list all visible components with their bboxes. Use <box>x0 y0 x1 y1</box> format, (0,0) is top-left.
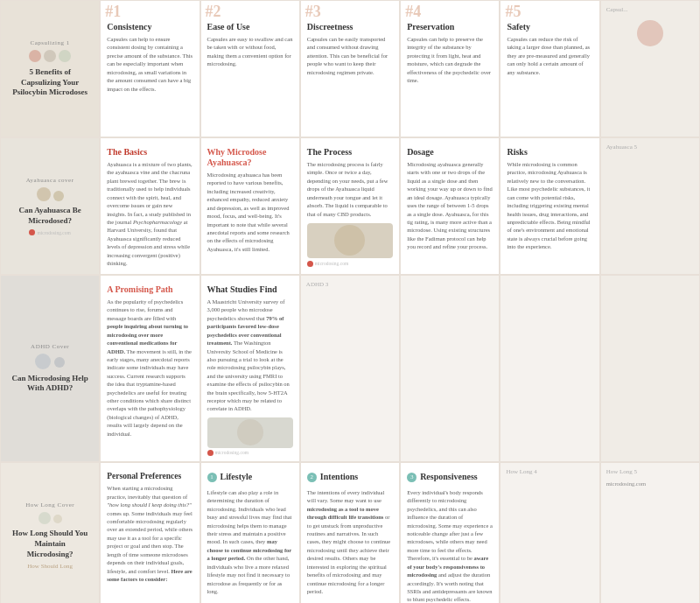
ayahuasca-card4-title: Dosage <box>407 147 493 158</box>
adhd-card2-title: What Studies Find <box>207 284 293 295</box>
main-grid: Capsulizing 1 5 Benefits of Capsulizing … <box>0 0 700 603</box>
adhd-row-label: ADHD Cover <box>31 343 69 350</box>
howlong-card1-title: Personal Preferences <box>107 472 192 481</box>
ayahuasca-card-1[interactable]: The Basics Ayahuasca is a mixture of two… <box>100 137 200 275</box>
ayahuasca-card-3[interactable]: The Process The microdosing process is f… <box>300 137 400 275</box>
card-body-safety: Capsules can reduce the risk of taking a… <box>507 35 592 76</box>
ayahuasca-card1-body: Ayahuasca is a mixture of two plants, th… <box>107 160 192 267</box>
howlong-card4-title: Responsiveness <box>420 472 478 482</box>
adhd-card2-site: microdosing.com <box>207 450 293 456</box>
adhd-cover[interactable]: ADHD Cover Can Microdosing Help With ADH… <box>0 275 100 462</box>
ayahuasca-card3-title: The Process <box>307 147 393 158</box>
howlong-num-3: 3 <box>407 473 416 482</box>
howlong-card3-body: The intentions of every individual will … <box>307 488 393 595</box>
howlong-card-4[interactable]: 3 Responsiveness Every individual's body… <box>400 462 500 603</box>
card-number-4: #4 <box>405 4 421 19</box>
howlong-card6-text: microdosing.com <box>606 480 694 487</box>
ayahuasca-cover-title: Can Ayahuasca Be Microdosed? <box>8 206 92 226</box>
ayahuasca-card5-body: While microdosing is common practice, mi… <box>507 160 592 251</box>
howlong-card2-body: Lifestyle can also play a role in determ… <box>207 488 293 595</box>
adhd-card-4 <box>400 275 500 462</box>
howlong-card-5: How Long 4 <box>500 462 599 603</box>
card-title-preservation: Preservation <box>407 22 493 32</box>
card-title-consistency: Consistency <box>107 22 192 32</box>
card-number-2: #2 <box>206 4 221 19</box>
howlong-card-3[interactable]: 2 Intentions The intentions of every ind… <box>300 462 400 603</box>
capsulizing-cover-title: 5 Benefits of Capsulizing Your Psilocybi… <box>8 67 92 98</box>
capsulizing-overflow: Capsul... <box>600 0 700 137</box>
ayahuasca-card5-title: Risks <box>507 147 592 158</box>
card-number-3: #3 <box>305 4 321 19</box>
card-body-ease: Capsules are easy to swallow and can be … <box>207 35 293 68</box>
card-body-consistency: Capsules can help to ensure consistent d… <box>107 35 192 93</box>
capsulizing-card-2[interactable]: #2 Ease of Use Capsules are easy to swal… <box>200 0 300 137</box>
ayahuasca-card2-body: Microdosing ayahuasca has been reported … <box>207 171 293 253</box>
ayahuasca-card-2[interactable]: Why Microdose Ayahuasca? Microdosing aya… <box>200 137 300 275</box>
howlong-num-2: 2 <box>307 473 317 482</box>
capsulizing-card-5[interactable]: #5 Safety Capsules can reduce the risk o… <box>500 0 599 137</box>
howlong-cover[interactable]: How Long Cover How Long Should You Maint… <box>0 462 100 603</box>
capsulizing-row-label: Capsulizing 1 <box>31 39 70 46</box>
howlong-cover-title: How Long Should You Maintain Microdosing… <box>8 529 92 559</box>
ayahuasca-card3-site: microdosing.com <box>307 261 393 267</box>
adhd-card-1[interactable]: A Promising Path As the popularity of ps… <box>100 275 200 462</box>
howlong-card5-label: How Long 4 <box>500 463 598 480</box>
adhd-cover-title: Can Microdosing Help With ADHD? <box>8 374 92 394</box>
adhd-card-3: ADHD 3 <box>300 275 400 462</box>
card-number-5: #5 <box>505 4 521 19</box>
ayahuasca-cover[interactable]: Ayahuasca cover Can Ayahuasca Be Microdo… <box>0 137 100 275</box>
ayahuasca-site-label: microdosing.com <box>29 229 70 235</box>
howlong-card1-body: When starting a microdosing practice, in… <box>107 484 192 583</box>
adhd-card1-title: A Promising Path <box>107 284 192 295</box>
capsulizing-card-3[interactable]: #3 Discreetness Capsules can be easily t… <box>300 0 400 137</box>
howlong-card3-title: Intentions <box>320 472 358 482</box>
ayahuasca-card1-title: The Basics <box>107 147 192 158</box>
howlong-num-1: 1 <box>207 473 217 482</box>
howlong-card2-title: Lifestyle <box>220 472 253 482</box>
howlong-card-6: How Long 5 microdosing.com <box>600 462 700 603</box>
ayahuasca-card2-title: Why Microdose Ayahuasca? <box>207 147 293 168</box>
adhd-card-2[interactable]: What Studies Find A Maastricht Universit… <box>200 275 300 462</box>
card-number-1: #1 <box>105 4 121 19</box>
howlong-row-label: How Long Cover <box>25 501 74 508</box>
ayahuasca-card-4[interactable]: Dosage Microdosing ayahuasca generally s… <box>400 137 500 275</box>
howlong-card-1[interactable]: Personal Preferences When starting a mic… <box>100 462 200 603</box>
capsulizing-overflow-label: Capsul... <box>606 6 694 13</box>
adhd-card2-body: A Maastricht University survey of 3,000 … <box>207 298 293 413</box>
adhd-card3-label: ADHD 3 <box>301 276 399 293</box>
howlong-card-2[interactable]: 1 Lifestyle Lifestyle can also play a ro… <box>200 462 300 603</box>
howlong-card4-body: Every individual's body responds differe… <box>407 488 493 603</box>
ayahuasca-overflow-label: Ayahuasca 5 <box>606 144 694 151</box>
capsulizing-card-1[interactable]: #1 Consistency Capsules can help to ensu… <box>100 0 200 137</box>
card-title-safety: Safety <box>507 22 592 32</box>
adhd-card1-body: As the popularity of psychedelics contin… <box>107 298 192 438</box>
ayahuasca-overflow: Ayahuasca 5 <box>600 137 700 275</box>
capsulizing-cover[interactable]: Capsulizing 1 5 Benefits of Capsulizing … <box>0 0 100 137</box>
adhd-card-5 <box>500 275 599 462</box>
howlong-card6-label: How Long 5 <box>601 463 699 480</box>
adhd-overflow <box>600 275 700 462</box>
ayahuasca-card-5[interactable]: Risks While microdosing is common practi… <box>500 137 599 275</box>
ayahuasca-card3-body: The microdosing process is fairly simple… <box>307 160 393 218</box>
card-body-discreetness: Capsules can be easily transported and c… <box>307 35 393 76</box>
capsulizing-card-4[interactable]: #4 Preservation Capsules can help to pre… <box>400 0 500 137</box>
card-title-ease: Ease of Use <box>207 22 293 32</box>
howlong-subtitle: How Should Long <box>27 563 73 570</box>
ayahuasca-row-label: Ayahuasca cover <box>26 177 74 184</box>
card-title-discreetness: Discreetness <box>307 22 393 32</box>
ayahuasca-card4-body: Microdosing ayahuasca generally starts w… <box>407 160 493 251</box>
card-body-preservation: Capsules can help to preserve the integr… <box>407 35 493 85</box>
